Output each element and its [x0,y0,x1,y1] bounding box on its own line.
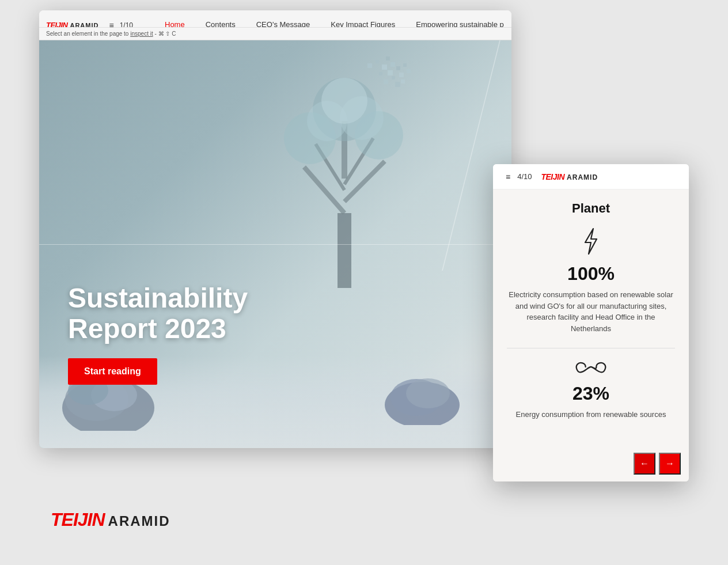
lightning-icon [507,227,675,259]
svg-point-11 [321,78,367,124]
card-toolbar: ≡ 4/10 TEIJIN ARAMID [493,164,689,189]
svg-marker-35 [585,229,597,254]
svg-rect-0 [338,213,351,288]
svg-rect-24 [407,69,411,73]
hero-text-block: Sustainability Report 2023 Start reading [68,283,248,385]
svg-point-33 [406,378,450,408]
infinity-icon [507,358,675,378]
stat-energy: 23% Energy consumption from renewable so… [507,358,675,420]
card-section-title: Planet [507,201,675,216]
stat-energy-desc: Energy consumption from renewable source… [507,409,675,420]
footer-logo-aramid: ARAMID [108,513,170,529]
svg-rect-16 [390,62,395,67]
stat-divider [507,348,675,348]
footer-logo: TEIJIN ARAMID [51,509,170,530]
card-hamburger-icon[interactable]: ≡ [506,172,510,181]
stat-electricity-desc: Electricity consumption based on renewab… [507,289,675,334]
browser-window: TEIJIN ARAMID ≡ 1/10 Home Contents CEO's… [39,10,511,448]
browser-toolbar: TEIJIN ARAMID ≡ 1/10 Home Contents CEO's… [39,10,511,40]
svg-rect-20 [384,79,388,84]
svg-rect-26 [401,79,405,84]
svg-rect-25 [395,82,400,87]
svg-rect-22 [399,73,404,77]
svg-rect-15 [386,56,390,60]
svg-rect-14 [382,65,387,70]
inspect-bar: Select an element in the page to inspect… [39,27,511,40]
svg-line-2 [344,161,385,202]
stat-energy-value: 23% [507,383,675,404]
svg-rect-13 [376,60,379,63]
hero-tree [258,52,431,282]
card-logo-aramid: ARAMID [567,173,598,181]
card-nav-next-button[interactable]: → [659,453,681,475]
svg-rect-12 [367,63,372,68]
card-logo-teijin: TEIJIN [541,172,564,181]
hero-section: Sustainability Report 2023 Start reading [39,40,511,448]
stat-electricity-value: 100% [507,263,675,285]
stat-electricity: 100% Electricity consumption based on re… [507,227,675,334]
svg-rect-23 [403,63,407,67]
card-brand-logo: TEIJIN ARAMID [541,172,598,181]
start-reading-button[interactable]: Start reading [68,358,157,385]
card-footer-nav: ← → [493,446,689,481]
card-page-count: 4/10 [517,172,532,181]
card-nav-prev-button[interactable]: ← [634,453,655,475]
footer-logo-teijin: TEIJIN [51,509,105,530]
svg-line-1 [304,167,344,213]
hero-divider [39,244,511,245]
hero-title: Sustainability Report 2023 [68,283,248,344]
inspect-hint: Select an element in the page to inspect… [39,31,176,37]
svg-rect-17 [379,72,382,75]
inspect-link[interactable]: inspect it [130,31,153,37]
svg-rect-18 [388,70,393,75]
svg-rect-21 [392,76,395,79]
card-content: Planet 100% Electricity consumption base… [493,189,689,446]
svg-rect-19 [396,66,400,70]
planet-card: ≡ 4/10 TEIJIN ARAMID Planet 100% Electri… [493,164,689,481]
rock-right [379,362,465,425]
